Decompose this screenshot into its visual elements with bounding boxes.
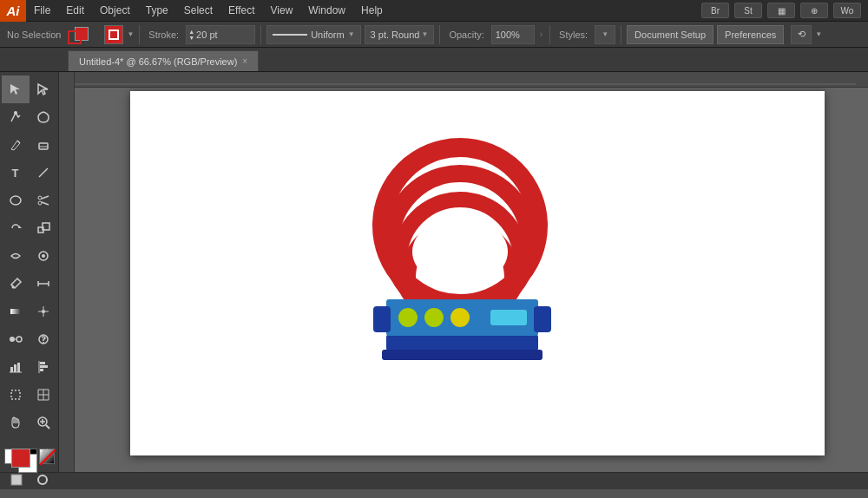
gradient-tool[interactable]: [2, 298, 30, 325]
document-setup-button[interactable]: Document Setup: [627, 25, 713, 44]
menu-file[interactable]: File: [26, 0, 58, 21]
menu-type[interactable]: Type: [138, 0, 176, 21]
stroke-icon-btn[interactable]: [30, 468, 55, 492]
separator-5: [621, 25, 621, 44]
svg-line-44: [46, 425, 49, 429]
ellipse-tool[interactable]: [2, 187, 30, 214]
status-bar: [0, 472, 868, 489]
vertical-ruler: [59, 72, 75, 472]
canvas-area[interactable]: [59, 72, 868, 472]
pen-tool[interactable]: [2, 103, 30, 131]
eyedropper-tool[interactable]: [2, 270, 30, 298]
svg-point-2: [14, 111, 17, 115]
tool-row-3: [2, 131, 57, 159]
shape-indicator[interactable]: [104, 25, 123, 44]
artwork-svg: [130, 91, 825, 455]
fill-stroke-group: [68, 23, 99, 46]
measure-tool[interactable]: [30, 270, 57, 298]
svg-rect-39: [11, 390, 20, 399]
artboard-tool[interactable]: [2, 381, 30, 409]
tab-title: Untitled-4* @ 66.67% (RGB/Preview): [79, 56, 237, 67]
svg-line-3: [17, 141, 20, 143]
bar-graph-tool[interactable]: [30, 353, 57, 381]
separator-3: [439, 25, 440, 44]
toolbar: No Selection ▼ Stroke: ▲ ▼ 20 pt Uniform…: [0, 22, 868, 48]
tool-row-10: [2, 325, 57, 353]
opacity-arrow[interactable]: ›: [538, 29, 544, 39]
menu-items: File Edit Object Type Select Effect View…: [26, 0, 391, 21]
artboard[interactable]: [130, 91, 825, 455]
eraser-tool[interactable]: [30, 131, 57, 159]
zoom-tool[interactable]: [30, 409, 57, 436]
stroke-style-dropdown[interactable]: Uniform ▼: [266, 25, 360, 44]
menu-effect[interactable]: Effect: [220, 0, 262, 21]
svg-marker-12: [19, 226, 22, 228]
wireless-icon-btn[interactable]: ⊕: [800, 3, 828, 18]
fill-red-box[interactable]: [11, 449, 30, 468]
fill-icon[interactable]: [4, 468, 29, 492]
styles-caret: ▼: [602, 30, 608, 38]
svg-rect-36: [40, 365, 48, 368]
svg-point-66: [398, 308, 418, 327]
direct-select-tool[interactable]: [30, 75, 57, 103]
svg-rect-35: [40, 362, 45, 364]
svg-rect-64: [373, 306, 391, 332]
type-tool[interactable]: T: [2, 159, 30, 187]
blend-tool[interactable]: [2, 325, 30, 353]
reshape-tool[interactable]: [30, 242, 57, 270]
tool-row-9: [2, 298, 57, 325]
extra-icon-btn[interactable]: Wo: [833, 3, 861, 18]
mesh-tool[interactable]: [30, 298, 57, 325]
grid-icon-btn[interactable]: ▦: [767, 3, 795, 18]
menu-object[interactable]: Object: [92, 0, 138, 21]
selection-label: No Selection: [3, 29, 64, 40]
scissors-tool[interactable]: [30, 187, 57, 214]
tab-close-btn[interactable]: ×: [242, 56, 247, 66]
preferences-button[interactable]: Preferences: [717, 25, 784, 44]
main-area: T: [0, 72, 868, 472]
svg-rect-33: [17, 363, 20, 372]
menu-edit[interactable]: Edit: [58, 0, 92, 21]
scale-tool[interactable]: [30, 214, 57, 242]
bridge-icon-btn[interactable]: Br: [701, 3, 729, 18]
horizontal-ruler: [59, 72, 868, 88]
lasso-tool[interactable]: [30, 103, 57, 131]
svg-point-27: [16, 337, 22, 342]
styles-dropdown[interactable]: ▼: [595, 25, 615, 44]
symbol-tool[interactable]: [30, 325, 57, 353]
select-tool[interactable]: [2, 75, 30, 103]
left-toolbar: T: [0, 72, 59, 472]
menu-bar: Ai File Edit Object Type Select Effect V…: [0, 0, 868, 22]
stroke-cap-dropdown[interactable]: 3 pt. Round ▼: [365, 25, 435, 44]
menu-window[interactable]: Window: [300, 0, 353, 21]
tool-row-4: T: [2, 159, 57, 187]
slice-tool[interactable]: [30, 381, 57, 409]
svg-rect-65: [534, 306, 551, 332]
opacity-value-input[interactable]: 100%: [491, 25, 535, 44]
document-tab[interactable]: Untitled-4* @ 66.67% (RGB/Preview) ×: [68, 50, 259, 71]
hand-tool[interactable]: [2, 409, 30, 436]
stroke-color[interactable]: [68, 30, 82, 44]
menu-view[interactable]: View: [263, 0, 301, 21]
warp-tool[interactable]: [2, 242, 30, 270]
svg-point-67: [424, 308, 444, 327]
opacity-label: Opacity:: [445, 29, 487, 40]
svg-line-10: [42, 196, 49, 199]
tool-row-6: [2, 214, 57, 242]
column-graph-tool[interactable]: [2, 353, 30, 381]
pencil-tool[interactable]: [2, 131, 30, 159]
svg-point-61: [412, 217, 508, 286]
menu-help[interactable]: Help: [353, 0, 391, 21]
svg-point-7: [10, 196, 21, 205]
shape-caret[interactable]: ▼: [127, 30, 134, 38]
stroke-value-group[interactable]: ▲ ▼ 20 pt: [186, 25, 255, 44]
separator-1: [139, 25, 140, 44]
transform-btn[interactable]: ⟲: [791, 25, 812, 44]
swap-icon[interactable]: ⇄: [43, 447, 49, 455]
transform-caret[interactable]: ▼: [815, 30, 822, 38]
svg-point-30: [43, 342, 44, 344]
rotate-tool[interactable]: [2, 214, 30, 242]
menu-select[interactable]: Select: [176, 0, 220, 21]
stock-icon-btn[interactable]: St: [734, 3, 762, 18]
line-tool[interactable]: [30, 159, 57, 187]
